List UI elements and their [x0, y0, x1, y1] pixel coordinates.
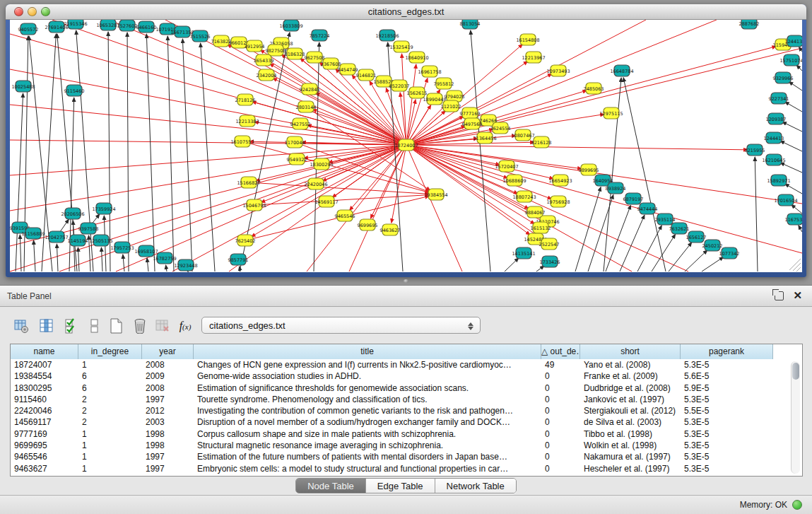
graph-node-yellow[interactable]: 2342004 [257, 69, 277, 81]
citation-edge-black[interactable] [147, 258, 148, 271]
graph-node-yellow[interactable]: 15325419 [389, 41, 413, 52]
tab-edge-table[interactable]: Edge Table [366, 479, 435, 493]
citation-edge-red[interactable] [406, 48, 802, 145]
citation-edge-black[interactable] [588, 194, 613, 271]
graph-node-teal[interactable]: 8813054 [460, 20, 481, 29]
graph-node-yellow[interactable]: 19384554 [424, 189, 447, 200]
citation-edge-black[interactable] [34, 240, 35, 271]
graph-node-teal[interactable]: 9857791 [228, 254, 249, 265]
table-selector-dropdown[interactable]: citations_edges.txt [201, 317, 481, 334]
graph-node-teal[interactable]: 9397588 [78, 223, 99, 234]
graph-node-yellow[interactable]: 18640910 [405, 52, 428, 63]
graph-node-yellow[interactable]: 15166827 [237, 177, 260, 188]
graph-node-yellow[interactable]: 16154808 [516, 34, 539, 45]
graph-node-teal[interactable]: 1077342 [719, 247, 740, 259]
graph-node-teal[interactable]: 1733426 [540, 256, 560, 267]
citation-edge-black[interactable] [166, 265, 167, 271]
citation-edge-black[interactable] [755, 157, 758, 271]
graph-node-teal[interactable]: 10025488 [11, 81, 35, 92]
citation-edge-black[interactable] [702, 257, 724, 271]
citation-edge-red[interactable] [406, 145, 748, 150]
citation-edge-black[interactable] [108, 32, 110, 271]
citation-edge-red[interactable] [406, 145, 530, 235]
citation-edge-black[interactable] [799, 226, 802, 232]
graph-node-yellow[interactable]: 12213383 [235, 115, 259, 127]
graph-node-yellow[interactable]: 1170044 [285, 136, 305, 148]
vertical-scrollbar[interactable] [791, 361, 800, 474]
graph-node-teal[interactable]: 20206506 [61, 208, 84, 219]
citation-edge-red[interactable] [406, 145, 802, 253]
citation-edge-red[interactable] [109, 20, 406, 145]
citation-edge-red[interactable] [10, 140, 406, 145]
delete-column-icon[interactable] [130, 315, 150, 337]
graph-node-teal[interactable]: 12923448 [174, 259, 197, 271]
citation-edge-black[interactable] [505, 258, 519, 271]
graph-node-teal[interactable]: 6466160 [136, 21, 157, 33]
graph-node-yellow[interactable]: 9777169 [460, 107, 481, 119]
graph-node-teal[interactable]: 9227341 [769, 93, 789, 104]
column-header-year[interactable]: year [142, 344, 194, 359]
network-graph[interactable]: 1872400725226058982750881863289627508236… [10, 20, 802, 272]
graph-node-yellow[interactable]: 7955812 [434, 78, 454, 89]
graph-node-yellow[interactable]: 8216128 [531, 136, 552, 148]
graph-node-teal[interactable]: 16033809 [279, 20, 302, 31]
tab-node-table[interactable]: Node Table [296, 479, 366, 493]
table-row[interactable]: 2242004622012Investigating the contribut… [11, 405, 802, 416]
graph-node-yellow[interactable]: 1121022 [441, 100, 461, 112]
citation-edge-black[interactable] [796, 65, 802, 71]
graph-node-teal[interactable]: 2450212 [702, 240, 723, 251]
citation-edge-black[interactable] [780, 163, 802, 173]
scrollbar-thumb[interactable] [792, 363, 799, 380]
deselect-all-icon[interactable] [85, 315, 105, 337]
citation-edge-black[interactable] [16, 93, 23, 271]
graph-node-yellow[interactable]: 2522547 [539, 238, 560, 250]
graph-node-yellow[interactable]: 8454749 [338, 64, 358, 75]
table-row[interactable]: 1938455462009Genome-wide association stu… [11, 370, 802, 382]
column-header-pagerank[interactable]: pagerank [681, 344, 773, 359]
citation-edge-black[interactable] [780, 141, 802, 151]
graph-node-yellow[interactable]: 9427552 [290, 118, 311, 129]
graph-node-teal[interactable]: 15751074 [779, 54, 802, 66]
citation-edge-black[interactable] [789, 82, 802, 90]
graph-node-yellow[interactable]: 12975115 [599, 107, 623, 119]
graph-node-teal[interactable]: 8938924 [606, 182, 626, 194]
graph-node-teal[interactable]: 14135141 [512, 247, 535, 259]
graph-node-teal[interactable]: 19218506 [375, 30, 399, 41]
citation-edge-black[interactable] [685, 250, 707, 271]
graph-node-yellow[interactable]: 7485063 [584, 83, 604, 94]
float-panel-icon[interactable] [775, 291, 784, 300]
graph-node-teal[interactable]: 9474444 [637, 203, 658, 214]
column-header-short[interactable]: short [580, 344, 681, 359]
graph-node-yellow[interactable]: 3624554 [490, 122, 511, 134]
citation-edge-black[interactable] [123, 255, 124, 271]
graph-node-teal[interactable]: 2935114 [655, 214, 676, 225]
citation-edge-black[interactable] [201, 43, 215, 271]
column-header-in_degree[interactable]: in_degree [78, 344, 142, 359]
citation-edge-black[interactable] [182, 39, 192, 271]
new-column-icon[interactable] [106, 315, 126, 337]
graph-node-teal[interactable]: 15892971 [767, 175, 790, 186]
graph-node-yellow[interactable]: 6497568 [462, 118, 483, 129]
graph-node-teal[interactable]: 9329966 [773, 72, 794, 83]
canvas-resize-grip[interactable] [793, 263, 801, 271]
tab-network-table[interactable]: Network Table [435, 479, 516, 493]
citation-edge-black[interactable] [57, 244, 58, 271]
column-visibility-icon[interactable] [37, 315, 57, 337]
graph-node-teal[interactable]: 12505135 [89, 235, 112, 246]
graph-node-yellow[interactable]: 9549322 [287, 153, 307, 165]
citation-edge-black[interactable] [606, 205, 630, 271]
citation-edge-black[interactable] [78, 247, 79, 271]
table-row[interactable]: 911546021997Tourette syndrome. Phenomeno… [11, 394, 802, 405]
graph-node-teal[interactable]: 17016504 [774, 194, 797, 206]
graph-node-teal[interactable]: 17359924 [92, 203, 115, 214]
graph-node-yellow[interactable]: 8186328 [285, 48, 305, 59]
citation-edge-black[interactable] [167, 36, 174, 271]
graph-node-teal[interactable]: 1656127 [686, 231, 707, 243]
graph-node-teal[interactable]: 1244413 [764, 132, 784, 144]
graph-node-yellow[interactable]: 10688609 [502, 175, 526, 186]
table-row[interactable]: 969969511998Structural magnetic resonanc… [11, 440, 802, 451]
column-header-name[interactable]: name [11, 344, 78, 359]
citation-edge-black[interactable] [146, 34, 155, 271]
graph-node-teal[interactable]: 6879197 [623, 193, 644, 204]
table-row[interactable]: 977716911998Corpus callosum shape and si… [11, 428, 802, 440]
